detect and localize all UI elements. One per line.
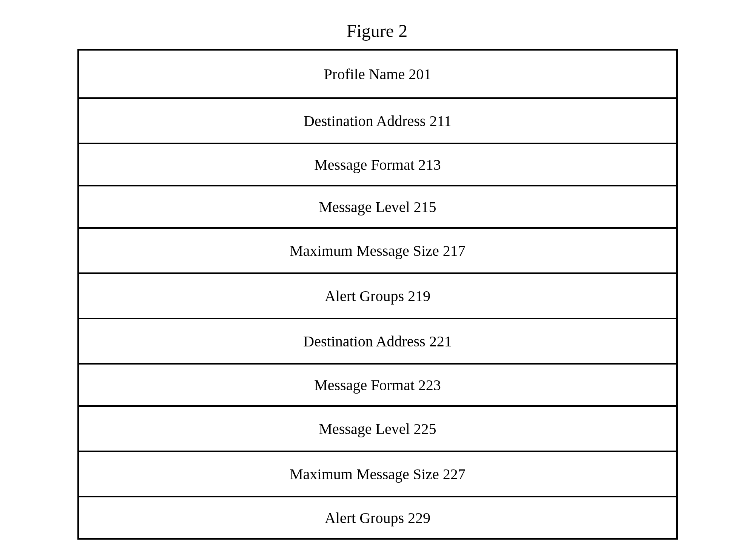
table-row: Alert Groups 219 (79, 274, 676, 319)
table-row: Destination Address 211 (79, 99, 676, 144)
table-row: Alert Groups 229 (79, 497, 676, 540)
row-label: Message Format 213 (314, 156, 441, 174)
row-label: Destination Address 221 (303, 332, 452, 350)
table-row: Message Format 223 (79, 365, 676, 407)
row-label: Alert Groups 219 (325, 287, 430, 305)
row-label: Profile Name 201 (324, 65, 431, 83)
row-label: Maximum Message Size 217 (290, 242, 466, 260)
row-label: Message Level 225 (319, 420, 436, 438)
table-row: Maximum Message Size 217 (79, 229, 676, 274)
row-label: Maximum Message Size 227 (290, 465, 466, 483)
row-label: Message Level 215 (319, 198, 436, 216)
table-row: Profile Name 201 (79, 51, 676, 99)
table-row: Message Format 213 (79, 144, 676, 186)
table-row: Message Level 215 (79, 186, 676, 229)
table-row: Message Level 225 (79, 407, 676, 452)
figure-title: Figure 2 (0, 20, 754, 41)
row-label: Alert Groups 229 (325, 509, 430, 527)
table-row: Maximum Message Size 227 (79, 452, 676, 497)
profile-fields-table: Profile Name 201 Destination Address 211… (77, 49, 678, 540)
row-label: Message Format 223 (314, 376, 441, 394)
table-row: Destination Address 221 (79, 319, 676, 365)
row-label: Destination Address 211 (304, 112, 452, 130)
page: Figure 2 Profile Name 201 Destination Ad… (0, 0, 754, 560)
